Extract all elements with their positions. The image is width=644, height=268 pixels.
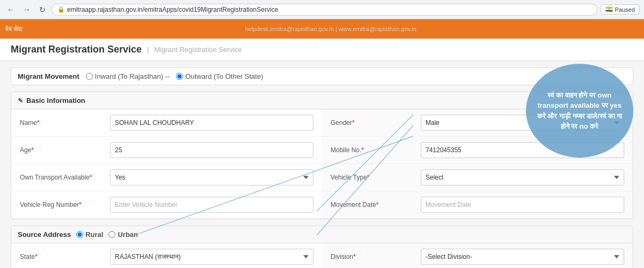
movement-label: Migrant Movement <box>18 72 79 80</box>
state-row: State* RAJASTHAN (राजस्थान) <box>11 243 322 268</box>
source-address-form: State* RAJASTHAN (राजस्थान) Division* -S… <box>11 243 633 268</box>
age-label: Age* <box>20 146 106 154</box>
vehicle-reg-row: Vehicle Reg Number* <box>11 191 322 219</box>
source-header: Source Address Rural Urban <box>11 226 633 243</box>
breadcrumb-separator: | <box>147 46 149 54</box>
outward-radio[interactable] <box>176 73 183 80</box>
page-header: Migrant Registration Service | Migrant R… <box>0 39 644 61</box>
age-input[interactable] <box>110 142 313 158</box>
movement-date-row: Movement Date* <box>322 191 633 219</box>
source-address-section: Source Address Rural Urban State* RAJAST… <box>11 226 633 268</box>
helpdesk-link: helpdesk.emitra@rajasthan.gov.in | www.e… <box>23 26 639 32</box>
forward-button[interactable]: → <box>20 4 33 15</box>
back-button[interactable]: ← <box>4 4 17 15</box>
inward-radio[interactable] <box>86 73 93 80</box>
inward-option[interactable]: Inward (To Rajasthan) -- <box>86 72 170 80</box>
vehicle-type-select[interactable]: Select Car Bike Bus Truck <box>421 169 624 185</box>
division-label: Division* <box>331 253 416 260</box>
movement-date-label: Movement Date* <box>331 201 416 209</box>
age-row: Age* <box>11 137 322 164</box>
state-label: State* <box>20 253 106 260</box>
vehicle-type-label: Vehicle Type* <box>331 174 416 181</box>
division-select[interactable]: -Select Division- <box>421 249 624 265</box>
rural-option[interactable]: Rural <box>76 230 103 239</box>
edit-icon: ✎ <box>18 97 23 105</box>
vehicle-reg-label: Vehicle Reg Number* <box>20 201 106 209</box>
vehicle-reg-input[interactable] <box>110 197 313 213</box>
url-text: emitraapp.rajasthan.gov.in/emitraApps/co… <box>67 6 278 13</box>
lock-icon: 🔒 <box>57 6 65 13</box>
state-select[interactable]: RAJASTHAN (राजस्थान) <box>110 249 313 265</box>
movement-date-input[interactable] <box>421 197 624 213</box>
page-title: Migrant Registration Service <box>11 44 142 55</box>
gender-label: Gender* <box>331 119 416 126</box>
rural-radio[interactable] <box>76 231 83 238</box>
refresh-button[interactable]: ↻ <box>36 4 48 15</box>
vehicle-type-row: Vehicle Type* Select Car Bike Bus Truck <box>322 164 633 191</box>
paused-badge: 🇮🇳 Paused <box>601 4 640 14</box>
main-content: स्वं का वाहन होने पर own transport avail… <box>0 61 644 268</box>
flag-icon: 🇮🇳 <box>605 6 613 13</box>
division-row: Division* -Select Division- <box>322 243 633 268</box>
urban-option[interactable]: Urban <box>108 230 138 239</box>
urban-radio[interactable] <box>108 231 115 238</box>
top-banner: वेब सेवा helpdesk.emitra@rajasthan.gov.i… <box>0 19 644 39</box>
browser-bar: ← → ↻ 🔒 emitraapp.rajasthan.gov.in/emitr… <box>0 0 644 19</box>
outward-option[interactable]: Outward (To Other State) <box>176 72 263 80</box>
url-bar[interactable]: 🔒 emitraapp.rajasthan.gov.in/emitraApps/… <box>52 4 597 16</box>
own-transport-select[interactable]: Yes No <box>110 169 313 185</box>
tooltip-text: स्वं का वाहन होने पर own transport avail… <box>535 90 625 132</box>
banner-left-text: वेब सेवा <box>5 25 23 33</box>
name-row: Name* <box>11 109 322 137</box>
name-input[interactable] <box>110 115 313 131</box>
tooltip-bubble: स्वं का वाहन होने पर own transport avail… <box>526 64 633 158</box>
breadcrumb: Migrant Registration Service <box>154 46 241 54</box>
own-transport-label: Own Transport Available* <box>20 174 106 181</box>
own-transport-row: Own Transport Available* Yes No <box>11 164 322 191</box>
name-label: Name* <box>20 119 106 126</box>
mobile-label: Mobile No.* <box>331 146 416 154</box>
